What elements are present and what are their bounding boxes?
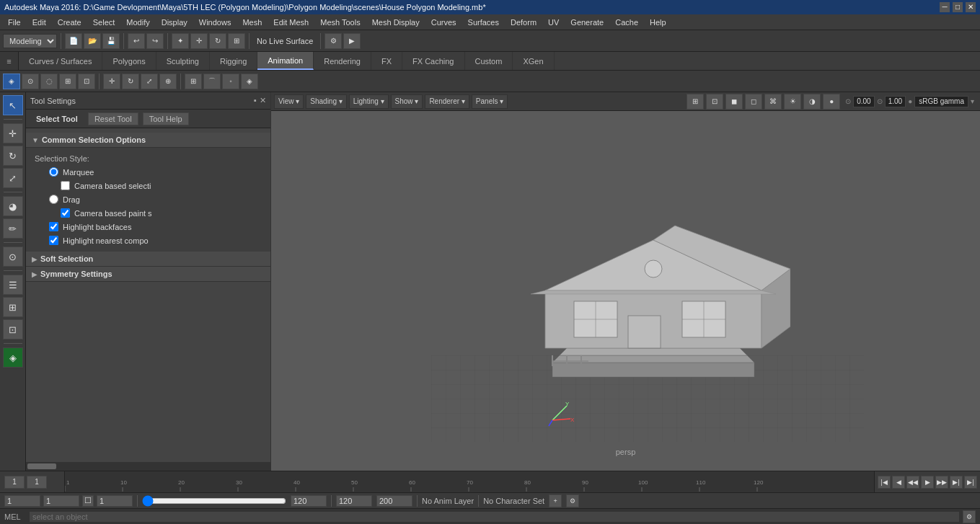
lighting-menu-btn[interactable]: Lighting ▾	[349, 94, 389, 109]
select-lt-btn[interactable]: ↖	[3, 95, 23, 115]
save-button[interactable]: 💾	[102, 33, 120, 49]
menu-modify[interactable]: Modify	[121, 17, 154, 28]
move-tool-btn[interactable]: ✛	[103, 74, 120, 89]
tab-fx[interactable]: FX	[371, 52, 402, 70]
render-lt-btn[interactable]: ◈	[3, 347, 23, 368]
play-fwd-btn[interactable]: ▶▶	[935, 476, 948, 489]
viewport-canvas[interactable]: Y X Z persp	[271, 111, 980, 471]
snap-curve-btn[interactable]: ⌒	[203, 74, 221, 89]
next-frame-btn[interactable]: ▶|	[950, 476, 963, 489]
tab-rendering[interactable]: Rendering	[314, 52, 371, 70]
vp-dropdown-icon[interactable]: ▾	[971, 97, 974, 105]
ts-pin-btn[interactable]: ▪	[254, 96, 257, 105]
lasso-btn[interactable]: ◌	[40, 74, 58, 89]
select-button[interactable]: ✦	[172, 33, 189, 49]
tab-fx-caching[interactable]: FX Caching	[402, 52, 464, 70]
soft-selection-header[interactable]: ▶ Soft Selection	[26, 252, 270, 267]
menu-mesh-display[interactable]: Mesh Display	[367, 17, 425, 28]
menu-edit[interactable]: Edit	[27, 17, 51, 28]
ts-scrollbar-thumb[interactable]	[27, 463, 56, 469]
play-btn[interactable]: ▶	[921, 476, 934, 489]
frame-current-input[interactable]	[43, 495, 79, 507]
render-settings-button[interactable]: ⚙	[325, 33, 342, 49]
menu-display[interactable]: Display	[156, 17, 193, 28]
vp-icon8[interactable]: ●	[823, 94, 840, 110]
cmd-input[interactable]	[29, 511, 960, 523]
menu-mesh[interactable]: Mesh	[237, 17, 267, 28]
rotate-button[interactable]: ↻	[209, 33, 226, 49]
prev-frame-btn[interactable]: ◀	[892, 476, 905, 489]
move-lt-btn[interactable]: ✛	[3, 123, 23, 143]
undo-button[interactable]: ↩	[128, 33, 145, 49]
menu-deform[interactable]: Deform	[506, 17, 542, 28]
fps-input[interactable]	[376, 495, 412, 507]
btn5[interactable]: ⊡	[78, 74, 95, 89]
current-frame-input[interactable]	[27, 476, 47, 489]
vp-icon3[interactable]: ◼	[725, 94, 743, 110]
tab-rigging[interactable]: Rigging	[210, 52, 257, 70]
select-tool-btn[interactable]: ◈	[3, 74, 20, 89]
workspace-selector[interactable]: Modeling	[3, 34, 57, 48]
scale-lt-btn[interactable]: ⤢	[3, 168, 23, 188]
drag-radio[interactable]	[49, 195, 58, 204]
redo-button[interactable]: ↪	[146, 33, 164, 49]
renderer-menu-btn[interactable]: Renderer ▾	[425, 94, 469, 109]
vp-icon7[interactable]: ◑	[803, 94, 821, 110]
sculpt-lt-btn[interactable]: ◕	[3, 196, 23, 216]
open-button[interactable]: 📂	[84, 33, 101, 49]
play-back-btn[interactable]: ◀◀	[906, 476, 919, 489]
common-selection-header[interactable]: ▼ Common Selection Options	[26, 133, 270, 148]
frame-num-input[interactable]	[97, 495, 133, 507]
cmd-lang-label[interactable]: MEL	[4, 512, 26, 521]
frame-end-input[interactable]	[291, 495, 327, 507]
tool-settings-scrollbar[interactable]	[26, 462, 270, 471]
close-button[interactable]: ✕	[966, 2, 976, 12]
start-frame-input[interactable]	[4, 476, 25, 489]
vp-icon4[interactable]: ◻	[745, 94, 762, 110]
maximize-button[interactable]: □	[953, 2, 963, 12]
snap-point-btn[interactable]: ◦	[222, 74, 239, 89]
new-scene-button[interactable]: 📄	[65, 33, 82, 49]
reset-tool-btn[interactable]: Reset Tool	[88, 112, 138, 125]
shading-menu-btn[interactable]: Shading ▾	[306, 94, 346, 109]
cmd-settings-btn[interactable]: ⚙	[963, 510, 976, 523]
go-end-btn[interactable]: ▶|	[964, 476, 977, 489]
menu-help[interactable]: Help	[645, 17, 671, 28]
go-start-btn[interactable]: |◀	[878, 476, 891, 489]
tool-help-btn[interactable]: Tool Help	[143, 112, 189, 125]
tab-handle[interactable]: ≡	[0, 52, 19, 70]
move-button[interactable]: ✛	[190, 33, 208, 49]
minimize-button[interactable]: ─	[940, 2, 950, 12]
menu-windows[interactable]: Windows	[194, 17, 237, 28]
scale-button[interactable]: ⊞	[228, 33, 245, 49]
menu-create[interactable]: Create	[53, 17, 87, 28]
tab-sculpting[interactable]: Sculpting	[156, 52, 210, 70]
vp-icon1[interactable]: ⊞	[687, 94, 704, 110]
snap-surface-btn[interactable]: ◈	[241, 74, 258, 89]
paint-select-btn[interactable]: ⊙	[22, 74, 39, 89]
frame-start-input[interactable]	[4, 495, 40, 507]
render-button[interactable]: ▶	[343, 33, 361, 49]
char-set-add-btn[interactable]: +	[549, 494, 562, 507]
tab-polygons[interactable]: Polygons	[102, 52, 156, 70]
show-graph-btn[interactable]: ⊞	[3, 297, 23, 317]
camera-based-selection-checkbox[interactable]	[61, 181, 70, 190]
camera-based-paint-checkbox[interactable]	[61, 208, 70, 218]
pivot-lt-btn[interactable]: ⊙	[3, 247, 23, 267]
timeline-scrubber[interactable]	[142, 498, 286, 504]
snap-grid-btn[interactable]: ⊞	[185, 74, 202, 89]
menu-edit-mesh[interactable]: Edit Mesh	[268, 17, 314, 28]
paint-lt-btn[interactable]: ✏	[3, 218, 23, 239]
universal-manip-btn[interactable]: ⊕	[159, 74, 177, 89]
symmetry-settings-header[interactable]: ▶ Symmetry Settings	[26, 267, 270, 282]
frame-indicator[interactable]	[82, 495, 94, 507]
tab-custom[interactable]: Custom	[465, 52, 513, 70]
scale-tool-btn[interactable]: ⤢	[141, 74, 158, 89]
tab-animation[interactable]: Animation	[257, 52, 314, 70]
view-menu-btn[interactable]: View ▾	[274, 94, 304, 109]
menu-surfaces[interactable]: Surfaces	[463, 17, 504, 28]
panels-menu-btn[interactable]: Panels ▾	[472, 94, 508, 109]
rotate-tool-btn[interactable]: ↻	[122, 74, 139, 89]
rotate-lt-btn[interactable]: ↻	[3, 146, 23, 166]
highlight-nearest-checkbox[interactable]	[49, 236, 58, 245]
